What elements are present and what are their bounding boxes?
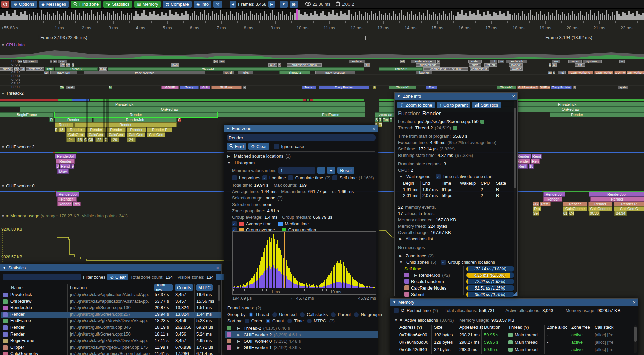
- tools-button[interactable]: ⚒: [213, 1, 222, 8]
- stat-mtpc[interactable]: 5.24 ms: [196, 331, 214, 337]
- scrollbar[interactable]: [514, 101, 516, 293]
- child-zone-row[interactable]: Self time: [404, 266, 421, 271]
- zone[interactable]: cfir: [575, 63, 585, 67]
- zone[interactable]: Render: [590, 197, 644, 202]
- find-zone-titlebar[interactable]: ▼ Find zone ×: [224, 125, 378, 132]
- stat-counts[interactable]: 3,456: [175, 331, 194, 337]
- stat-counts[interactable]: 3,457: [175, 292, 194, 297]
- zone[interactable]: Render: [57, 197, 77, 202]
- filter-input[interactable]: [3, 274, 81, 280]
- cumulate-checkbox[interactable]: [288, 175, 293, 180]
- zone[interactable]: OnRedraw: [20, 107, 365, 112]
- zone[interactable]: surfaceflinge: [411, 60, 436, 63]
- radio-time[interactable]: [287, 319, 292, 323]
- close-icon[interactable]: ×: [216, 265, 219, 271]
- zone[interactable]: Render: [56, 159, 75, 164]
- stat-name[interactable]: Clipper: [10, 345, 66, 350]
- zone[interactable]: CalcGeo: [66, 132, 85, 137]
- zone[interactable]: GUIF w: [539, 86, 550, 89]
- stat-total-time[interactable]: 18.23 s: [155, 318, 172, 323]
- child-zone-row[interactable]: ▶RenderJob(×2): [404, 272, 450, 278]
- zone[interactable]: Tracy Profiler: [551, 86, 572, 89]
- allocations-list-label[interactable]: Allocations list: [406, 236, 433, 241]
- memory-titlebar[interactable]: ▼ Memory ×: [390, 299, 638, 306]
- zone[interactable]: Render: [550, 112, 644, 117]
- zone[interactable]: CalcGeo: [147, 132, 165, 137]
- zone[interactable]: surfac: [468, 60, 482, 63]
- stat-name[interactable]: CalcGeometry: [10, 351, 66, 355]
- find-button[interactable]: Find: [227, 143, 246, 150]
- stat-location[interactable]: jni/../jni/src/guif/Screen.cpp:130: [70, 305, 151, 310]
- zone[interactable]: sen-s: [568, 60, 582, 63]
- zone[interactable]: Render: [74, 122, 177, 127]
- radio-parent[interactable]: [331, 312, 336, 317]
- stat-location[interactable]: jni/../jni/src/claw/graphics/ScreenText.…: [70, 351, 151, 355]
- memory-callstack-cell[interactable]: [alloc] [fre: [595, 347, 634, 352]
- stat-total-time[interactable]: 18.11 s: [155, 331, 172, 337]
- resize-grip[interactable]: [513, 292, 517, 296]
- search-input[interactable]: Render: [227, 134, 376, 141]
- zone[interactable]: CalcGeome: [563, 206, 587, 211]
- statistics-titlebar[interactable]: ▼ Statistics ×: [0, 264, 221, 271]
- zoom-to-zone-button[interactable]: ↧Zoom to zone: [397, 102, 435, 108]
- find-zone-histogram[interactable]: 1 ms10 ms: [232, 231, 376, 295]
- zone[interactable]: RerS: [540, 202, 551, 206]
- go-to-parent-button[interactable]: ↑Go to parent: [437, 102, 470, 108]
- zone[interactable]: kworke: [416, 71, 432, 74]
- stat-counts[interactable]: 262,656: [175, 325, 194, 330]
- col-total-time-button[interactable]: Total tim: [154, 284, 173, 291]
- zone[interactable]: A: [373, 86, 376, 89]
- found-zone-row[interactable]: ▶GUIF worker 1(3,192) 4.39 s: [227, 344, 376, 350]
- zone[interactable]: CalcGeo C: [614, 206, 644, 211]
- zone[interactable]: Render: [57, 202, 72, 206]
- memory-col-header[interactable]: Thread (?): [508, 325, 546, 330]
- stat-name[interactable]: RenderJob: [10, 305, 66, 310]
- zone[interactable]: GGUIF: [161, 86, 179, 89]
- zone[interactable]: s: [72, 63, 74, 67]
- zone[interactable]: kwo: [171, 63, 179, 67]
- frame-overview-strip[interactable]: [0, 9, 644, 20]
- zone[interactable]: 8: [56, 164, 59, 169]
- cpu-row[interactable]: CPU 2surfacPsd2gsystem:seThreThread-2m1a…: [0, 67, 644, 71]
- expand-icon[interactable]: ▶: [399, 254, 402, 258]
- frame-label-left[interactable]: Frame 3,193 (22.45 ms): [38, 35, 89, 40]
- memory-col-header[interactable]: Size: [434, 325, 458, 330]
- col-counts-button[interactable]: Counts: [175, 284, 193, 291]
- zone[interactable]: a: [437, 60, 440, 63]
- zone[interactable]: PrivateTick: [0, 102, 365, 107]
- zone[interactable]: @: [23, 60, 26, 63]
- stat-location[interactable]: jni/../jni/src/claw/gfx/geo/Clipper.cpp:…: [70, 345, 151, 350]
- stat-mtpc[interactable]: 17.71 μs: [196, 345, 214, 350]
- zone[interactable]: (a: [213, 60, 218, 63]
- zone[interactable]: au: [219, 60, 225, 63]
- cpu-row[interactable]: CPU 3seltracy_syntracy_systracerot_dlgik…: [0, 71, 644, 75]
- collapse-icon[interactable]: ▼: [399, 175, 403, 178]
- info-button[interactable]: ◉Info: [194, 1, 211, 8]
- zone[interactable]: 01: [563, 211, 568, 216]
- stat-name[interactable]: Render: [10, 331, 66, 337]
- memory-col-header[interactable]: Zone free: [571, 325, 592, 330]
- next-frame-button[interactable]: ▶: [268, 1, 275, 8]
- stat-mtpc[interactable]: 69.24 μs: [196, 325, 214, 330]
- stat-mtpc[interactable]: 4.95 ms: [196, 338, 214, 343]
- log-values-checkbox[interactable]: [232, 175, 237, 180]
- zone[interactable]: syste: [618, 86, 628, 89]
- zone[interactable]: CalcGeo: [127, 132, 145, 137]
- zone[interactable]: aux: [552, 60, 560, 63]
- zone[interactable]: composer@: [470, 67, 489, 71]
- clear-filter-button[interactable]: ⊘Clear: [107, 274, 128, 280]
- zone[interactable]: 26: [111, 137, 119, 142]
- self-time-checkbox[interactable]: [332, 175, 337, 180]
- minus-button[interactable]: -: [317, 167, 325, 174]
- messages-button[interactable]: ◆Messages: [39, 1, 69, 8]
- radio-mtpc[interactable]: [307, 319, 312, 323]
- zone[interactable]: RenderJob: [93, 117, 177, 122]
- cpu-data-header[interactable]: ▼CPU data: [1, 42, 25, 47]
- zone[interactable]: Render: [516, 154, 531, 159]
- zone[interactable]: 9: [71, 164, 74, 169]
- zone[interactable]: Tl: [378, 122, 382, 127]
- zone[interactable]: syst: [58, 60, 67, 63]
- stat-total-time[interactable]: 11.98 s: [155, 345, 172, 350]
- expand-icon[interactable]: ▶: [399, 237, 402, 241]
- zone[interactable]: su: [364, 63, 370, 67]
